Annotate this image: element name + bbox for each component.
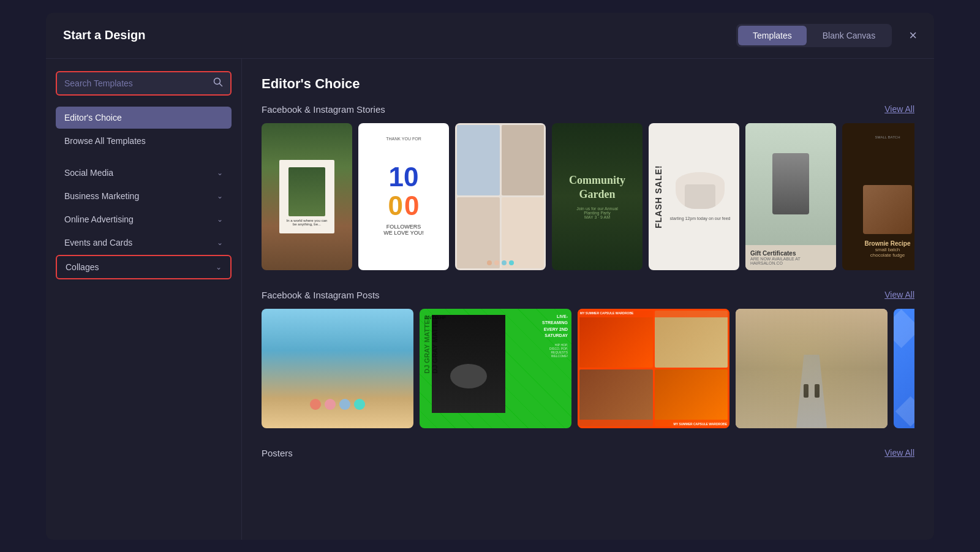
template-card[interactable]: Join us for ALUMNIWEEK August 2022 <box>894 309 914 428</box>
chevron-down-icon: ⌄ <box>217 238 223 247</box>
sidebar-item-business-marketing[interactable]: Business Marketing ⌄ <box>56 185 232 207</box>
tab-group: Templates Blank Canvas <box>736 24 892 47</box>
sidebar-item-online-advertising[interactable]: Online Advertising ⌄ <box>56 208 232 230</box>
posts-category-label: Facebook & Instagram Posts <box>262 290 380 300</box>
posts-category-header: Facebook & Instagram Posts View All <box>262 290 914 300</box>
stories-category-label: Facebook & Instagram Stories <box>262 104 385 115</box>
search-box[interactable] <box>56 71 232 96</box>
chevron-down-icon: ⌄ <box>217 215 223 224</box>
search-icon[interactable] <box>213 77 223 89</box>
template-card[interactable]: Gift Certificates ARE NOW AVAILABLE ATHA… <box>745 123 836 270</box>
stories-category-row: Facebook & Instagram Stories View All In… <box>262 104 914 270</box>
sidebar-item-editors-choice[interactable]: Editor's Choice <box>56 107 232 129</box>
template-card[interactable]: MY SUMMER CAPSULE WARDROBE MY SUMMER CAP… <box>578 309 729 428</box>
close-button[interactable]: × <box>909 29 917 42</box>
stories-templates-row: In a world where you canbe anything, be.… <box>262 123 914 270</box>
posters-category-row: Posters View All <box>262 448 914 458</box>
modal-title: Start a Design <box>63 28 145 42</box>
chevron-down-icon: ⌄ <box>217 168 223 177</box>
stories-view-all-link[interactable]: View All <box>884 104 914 114</box>
posts-category-row: Facebook & Instagram Posts View All <box>262 290 914 428</box>
sidebar-nav: Editor's Choice Browse All Templates Soc… <box>56 107 232 279</box>
posters-view-all-link[interactable]: View All <box>884 448 914 458</box>
template-card[interactable] <box>736 309 888 428</box>
sidebar: Editor's Choice Browse All Templates Soc… <box>46 59 242 540</box>
template-card[interactable]: In a world where you canbe anything, be.… <box>262 123 352 270</box>
main-content: Editor's Choice Facebook & Instagram Sto… <box>242 59 934 540</box>
sidebar-item-collages[interactable]: Collages ⌄ <box>56 255 232 279</box>
modal-body: Editor's Choice Browse All Templates Soc… <box>46 59 934 540</box>
template-card[interactable]: THANK YOU FOR 10 0 0 FOLLOWERSWE LOVE YO… <box>358 123 449 270</box>
template-card[interactable]: DJ GRAY MATTERDJ GRAY MATTER LIVE-STREAM… <box>420 309 571 428</box>
posters-category-label: Posters <box>262 448 293 458</box>
template-card[interactable]: FLASH SALE! starting 12pm today on our f… <box>649 123 739 270</box>
template-card[interactable] <box>455 123 546 270</box>
chevron-down-icon: ⌄ <box>216 263 222 271</box>
template-card[interactable]: CommunityGarden Join us for our AnnualPl… <box>552 123 643 270</box>
start-a-design-modal: Start a Design Templates Blank Canvas × <box>46 13 934 540</box>
sidebar-item-events-and-cards[interactable]: Events and Cards ⌄ <box>56 232 232 254</box>
posters-category-header: Posters View All <box>262 448 914 458</box>
template-card[interactable] <box>262 309 413 428</box>
modal-header: Start a Design Templates Blank Canvas × <box>46 13 934 59</box>
sidebar-item-browse-all[interactable]: Browse All Templates <box>56 130 232 152</box>
chevron-down-icon: ⌄ <box>217 192 223 200</box>
posts-templates-row: DJ GRAY MATTERDJ GRAY MATTER LIVE-STREAM… <box>262 309 914 428</box>
tab-templates[interactable]: Templates <box>738 26 807 45</box>
tab-blank-canvas[interactable]: Blank Canvas <box>808 26 890 45</box>
section-title: Editor's Choice <box>262 76 914 92</box>
search-input[interactable] <box>64 78 213 88</box>
template-card[interactable]: SMALL BATCH Brownie Recipe small batchch… <box>842 123 914 270</box>
stories-category-header: Facebook & Instagram Stories View All <box>262 104 914 115</box>
sidebar-item-social-media[interactable]: Social Media ⌄ <box>56 162 232 184</box>
posts-view-all-link[interactable]: View All <box>884 290 914 300</box>
svg-line-1 <box>220 83 222 86</box>
